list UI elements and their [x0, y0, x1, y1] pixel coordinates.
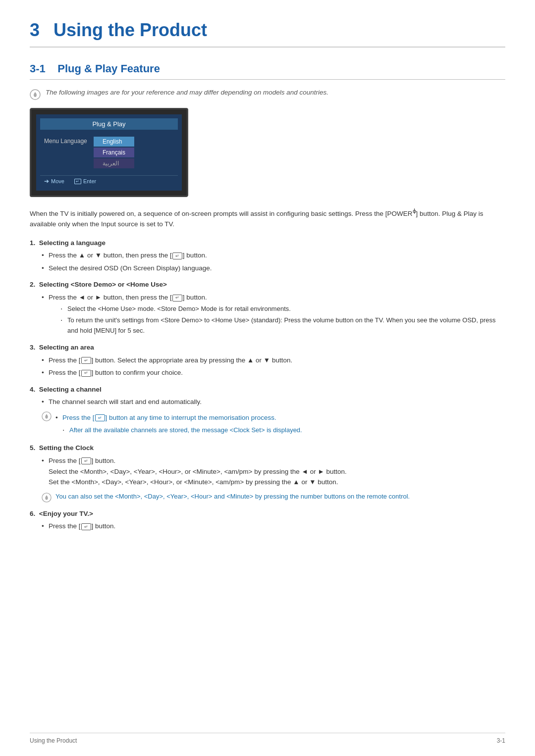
- step-6-header: 6. <Enjoy your TV.>: [30, 508, 505, 519]
- step-3-bullets: Press the [↵] button. Select the appropr…: [42, 355, 505, 378]
- enter-icon: ↵: [74, 179, 81, 184]
- note-reference-text: The following images are for your refere…: [46, 89, 328, 96]
- enter-btn-icon-2: ↵: [172, 295, 182, 302]
- tv-language-arabic: العربية: [94, 158, 134, 168]
- step-4-note-bullet-1: Press the [↵] button at any time to inte…: [55, 412, 302, 423]
- step-4-note-icon: [42, 411, 52, 421]
- step-5-bullet-1: Press the [↵] button. Select the <Month>…: [42, 455, 505, 488]
- footer-right-text: 3-1: [497, 737, 505, 744]
- step-5-note: You can also set the <Month>, <Day>, <Ye…: [42, 492, 505, 503]
- tv-language-list: English Français العربية: [94, 137, 134, 168]
- reference-note: The following images are for your refere…: [30, 89, 505, 100]
- enter-btn-icon-7: ↵: [81, 523, 91, 530]
- chapter-title-text: Using the Product: [54, 20, 207, 40]
- enter-btn-icon-5: ↵: [95, 414, 105, 421]
- step-3-bullet-1: Press the [↵] button. Select the appropr…: [42, 355, 505, 366]
- svg-point-1: [35, 93, 36, 94]
- tv-footer-enter: ↵ Enter: [74, 178, 96, 185]
- chapter-number: 3: [30, 20, 40, 40]
- steps-list: 1. Selecting a language Press the ▲ or ▼…: [30, 238, 505, 532]
- svg-point-5: [46, 496, 47, 497]
- note-icon: [30, 89, 41, 100]
- enter-btn-icon-4: ↵: [81, 370, 91, 377]
- step-4-header: 4. Selecting a channel: [30, 384, 505, 395]
- step-6-bullet-1: Press the [↵] button.: [42, 521, 505, 532]
- step-4-bullet-1: The channel search will start and end au…: [42, 397, 505, 407]
- step-4-note-sub-bullets: After all the available channels are sto…: [62, 425, 302, 436]
- page-footer: Using the Product 3-1: [30, 733, 505, 744]
- power-symbol: ϕ: [413, 208, 416, 214]
- section-heading: 3-1 Plug & Play Feature: [30, 62, 505, 80]
- step-5-bullets: Press the [↵] button. Select the <Month>…: [42, 455, 505, 488]
- step-2: 2. Selecting <Store Demo> or <Home Use> …: [30, 279, 505, 336]
- step-1-bullets: Press the ▲ or ▼ button, then press the …: [42, 250, 505, 273]
- step-2-bullets: Press the ◄ or ► button, then press the …: [42, 292, 505, 336]
- tv-language-english: English: [94, 137, 134, 147]
- move-arrow-icon: ➔: [44, 178, 49, 185]
- step-6: 6. <Enjoy your TV.> Press the [↵] button…: [30, 508, 505, 532]
- step-3-bullet-2: Press the [↵] button to confirm your cho…: [42, 367, 505, 378]
- enter-btn-icon-3: ↵: [81, 357, 91, 364]
- tv-menu-language-label: Menu Language: [44, 137, 89, 145]
- tv-mockup: Plug & Play Menu Language English França…: [30, 108, 188, 197]
- step-5-note-icon: [42, 493, 52, 503]
- tv-footer-move-label: Move: [51, 178, 64, 184]
- step-4-note-bullets: Press the [↵] button at any time to inte…: [55, 412, 302, 423]
- section-title-text: Plug & Play Feature: [57, 62, 160, 75]
- svg-point-3: [46, 414, 47, 415]
- step-2-sub-bullets: Select the <Home Use> mode. <Store Demo>…: [60, 304, 505, 336]
- step-2-sub-2: To return the unit's settings from <Stor…: [60, 315, 505, 336]
- step-1: 1. Selecting a language Press the ▲ or ▼…: [30, 238, 505, 274]
- tv-footer-enter-label: Enter: [83, 178, 96, 184]
- step-5-header: 5. Setting the Clock: [30, 443, 505, 454]
- step-5-note-text: You can also set the <Month>, <Day>, <Ye…: [55, 492, 410, 502]
- step-4: 4. Selecting a channel The channel searc…: [30, 384, 505, 437]
- step-4-bullets: The channel search will start and end au…: [42, 397, 505, 407]
- enter-btn-icon: ↵: [172, 252, 182, 259]
- tv-footer-move: ➔ Move: [44, 178, 64, 185]
- intro-paragraph: When the TV is initially powered on, a s…: [30, 207, 505, 230]
- step-1-bullet-2: Select the desired OSD (On Screen Displa…: [42, 263, 505, 274]
- step-2-header: 2. Selecting <Store Demo> or <Home Use>: [30, 279, 505, 290]
- footer-left-text: Using the Product: [30, 737, 77, 744]
- step-6-bullets: Press the [↵] button.: [42, 521, 505, 532]
- section-number: 3-1: [30, 62, 46, 75]
- step-3-header: 3. Selecting an area: [30, 342, 505, 353]
- step-4-note-sub-1: After all the available channels are sto…: [62, 425, 302, 436]
- step-5: 5. Setting the Clock Press the [↵] butto…: [30, 443, 505, 502]
- step-1-bullet-1: Press the ▲ or ▼ button, then press the …: [42, 250, 505, 261]
- enter-btn-icon-6: ↵: [81, 457, 91, 464]
- step-2-sub-1: Select the <Home Use> mode. <Store Demo>…: [60, 304, 505, 314]
- step-3: 3. Selecting an area Press the [↵] butto…: [30, 342, 505, 378]
- step-2-bullet-1: Press the ◄ or ► button, then press the …: [42, 292, 505, 336]
- tv-language-french: Français: [94, 148, 134, 157]
- step-1-header: 1. Selecting a language: [30, 238, 505, 249]
- tv-titlebar: Plug & Play: [40, 118, 178, 130]
- chapter-title: 3 Using the Product: [30, 20, 505, 48]
